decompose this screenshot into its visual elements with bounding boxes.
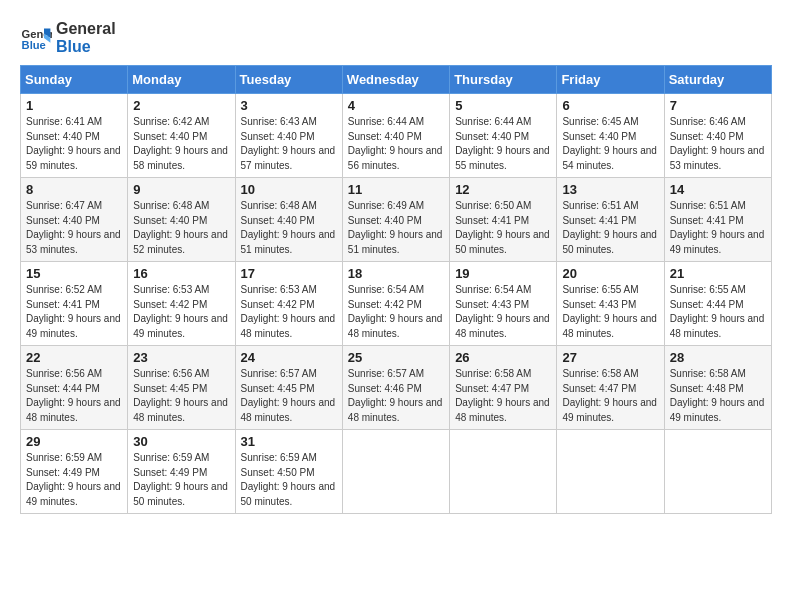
day-number: 3 [241,98,337,113]
day-info: Sunrise: 6:44 AMSunset: 4:40 PMDaylight:… [348,115,444,173]
calendar-cell [664,430,771,514]
day-info: Sunrise: 6:50 AMSunset: 4:41 PMDaylight:… [455,199,551,257]
calendar-cell: 14Sunrise: 6:51 AMSunset: 4:41 PMDayligh… [664,178,771,262]
day-number: 4 [348,98,444,113]
day-number: 13 [562,182,658,197]
day-info: Sunrise: 6:53 AMSunset: 4:42 PMDaylight:… [241,283,337,341]
calendar-cell [557,430,664,514]
day-number: 5 [455,98,551,113]
day-number: 23 [133,350,229,365]
day-info: Sunrise: 6:57 AMSunset: 4:46 PMDaylight:… [348,367,444,425]
calendar-cell: 31Sunrise: 6:59 AMSunset: 4:50 PMDayligh… [235,430,342,514]
day-info: Sunrise: 6:54 AMSunset: 4:43 PMDaylight:… [455,283,551,341]
day-info: Sunrise: 6:41 AMSunset: 4:40 PMDaylight:… [26,115,122,173]
day-number: 17 [241,266,337,281]
day-info: Sunrise: 6:55 AMSunset: 4:44 PMDaylight:… [670,283,766,341]
day-info: Sunrise: 6:43 AMSunset: 4:40 PMDaylight:… [241,115,337,173]
calendar-header-tuesday: Tuesday [235,66,342,94]
calendar-cell: 22Sunrise: 6:56 AMSunset: 4:44 PMDayligh… [21,346,128,430]
calendar-body: 1Sunrise: 6:41 AMSunset: 4:40 PMDaylight… [21,94,772,514]
day-info: Sunrise: 6:58 AMSunset: 4:47 PMDaylight:… [562,367,658,425]
calendar-cell [342,430,449,514]
day-info: Sunrise: 6:59 AMSunset: 4:50 PMDaylight:… [241,451,337,509]
day-number: 1 [26,98,122,113]
day-info: Sunrise: 6:46 AMSunset: 4:40 PMDaylight:… [670,115,766,173]
day-number: 21 [670,266,766,281]
day-number: 24 [241,350,337,365]
calendar-table: SundayMondayTuesdayWednesdayThursdayFrid… [20,65,772,514]
calendar-cell: 28Sunrise: 6:58 AMSunset: 4:48 PMDayligh… [664,346,771,430]
day-info: Sunrise: 6:59 AMSunset: 4:49 PMDaylight:… [133,451,229,509]
day-number: 15 [26,266,122,281]
calendar-header-saturday: Saturday [664,66,771,94]
day-info: Sunrise: 6:48 AMSunset: 4:40 PMDaylight:… [241,199,337,257]
calendar-header-sunday: Sunday [21,66,128,94]
calendar-cell: 12Sunrise: 6:50 AMSunset: 4:41 PMDayligh… [450,178,557,262]
day-number: 7 [670,98,766,113]
day-info: Sunrise: 6:56 AMSunset: 4:44 PMDaylight:… [26,367,122,425]
calendar-cell: 6Sunrise: 6:45 AMSunset: 4:40 PMDaylight… [557,94,664,178]
calendar-header-thursday: Thursday [450,66,557,94]
calendar-cell: 30Sunrise: 6:59 AMSunset: 4:49 PMDayligh… [128,430,235,514]
page-header: General Blue General Blue [20,20,772,55]
calendar-cell: 23Sunrise: 6:56 AMSunset: 4:45 PMDayligh… [128,346,235,430]
calendar-cell: 4Sunrise: 6:44 AMSunset: 4:40 PMDaylight… [342,94,449,178]
day-info: Sunrise: 6:49 AMSunset: 4:40 PMDaylight:… [348,199,444,257]
svg-text:Blue: Blue [22,39,46,51]
calendar-cell: 29Sunrise: 6:59 AMSunset: 4:49 PMDayligh… [21,430,128,514]
calendar-cell: 26Sunrise: 6:58 AMSunset: 4:47 PMDayligh… [450,346,557,430]
calendar-week-row: 15Sunrise: 6:52 AMSunset: 4:41 PMDayligh… [21,262,772,346]
day-info: Sunrise: 6:52 AMSunset: 4:41 PMDaylight:… [26,283,122,341]
day-info: Sunrise: 6:55 AMSunset: 4:43 PMDaylight:… [562,283,658,341]
day-number: 27 [562,350,658,365]
calendar-cell: 10Sunrise: 6:48 AMSunset: 4:40 PMDayligh… [235,178,342,262]
logo-blue: Blue [56,38,116,56]
day-number: 11 [348,182,444,197]
day-info: Sunrise: 6:48 AMSunset: 4:40 PMDaylight:… [133,199,229,257]
calendar-week-row: 1Sunrise: 6:41 AMSunset: 4:40 PMDaylight… [21,94,772,178]
calendar-cell: 17Sunrise: 6:53 AMSunset: 4:42 PMDayligh… [235,262,342,346]
calendar-cell: 11Sunrise: 6:49 AMSunset: 4:40 PMDayligh… [342,178,449,262]
day-number: 20 [562,266,658,281]
calendar-header-friday: Friday [557,66,664,94]
day-number: 30 [133,434,229,449]
logo-general: General [56,20,116,38]
day-number: 29 [26,434,122,449]
calendar-cell: 18Sunrise: 6:54 AMSunset: 4:42 PMDayligh… [342,262,449,346]
calendar-week-row: 22Sunrise: 6:56 AMSunset: 4:44 PMDayligh… [21,346,772,430]
calendar-header-row: SundayMondayTuesdayWednesdayThursdayFrid… [21,66,772,94]
day-info: Sunrise: 6:51 AMSunset: 4:41 PMDaylight:… [562,199,658,257]
calendar-header-monday: Monday [128,66,235,94]
calendar-cell: 16Sunrise: 6:53 AMSunset: 4:42 PMDayligh… [128,262,235,346]
day-number: 16 [133,266,229,281]
day-info: Sunrise: 6:42 AMSunset: 4:40 PMDaylight:… [133,115,229,173]
day-info: Sunrise: 6:47 AMSunset: 4:40 PMDaylight:… [26,199,122,257]
calendar-week-row: 29Sunrise: 6:59 AMSunset: 4:49 PMDayligh… [21,430,772,514]
day-info: Sunrise: 6:53 AMSunset: 4:42 PMDaylight:… [133,283,229,341]
day-info: Sunrise: 6:45 AMSunset: 4:40 PMDaylight:… [562,115,658,173]
calendar-cell: 3Sunrise: 6:43 AMSunset: 4:40 PMDaylight… [235,94,342,178]
day-number: 12 [455,182,551,197]
day-info: Sunrise: 6:57 AMSunset: 4:45 PMDaylight:… [241,367,337,425]
day-number: 26 [455,350,551,365]
calendar-week-row: 8Sunrise: 6:47 AMSunset: 4:40 PMDaylight… [21,178,772,262]
day-info: Sunrise: 6:59 AMSunset: 4:49 PMDaylight:… [26,451,122,509]
calendar-header-wednesday: Wednesday [342,66,449,94]
day-number: 19 [455,266,551,281]
day-number: 25 [348,350,444,365]
calendar-cell: 19Sunrise: 6:54 AMSunset: 4:43 PMDayligh… [450,262,557,346]
calendar-cell: 21Sunrise: 6:55 AMSunset: 4:44 PMDayligh… [664,262,771,346]
day-info: Sunrise: 6:58 AMSunset: 4:47 PMDaylight:… [455,367,551,425]
day-number: 10 [241,182,337,197]
day-info: Sunrise: 6:56 AMSunset: 4:45 PMDaylight:… [133,367,229,425]
calendar-cell [450,430,557,514]
day-number: 2 [133,98,229,113]
day-number: 8 [26,182,122,197]
day-info: Sunrise: 6:54 AMSunset: 4:42 PMDaylight:… [348,283,444,341]
day-info: Sunrise: 6:44 AMSunset: 4:40 PMDaylight:… [455,115,551,173]
calendar-cell: 2Sunrise: 6:42 AMSunset: 4:40 PMDaylight… [128,94,235,178]
calendar-cell: 15Sunrise: 6:52 AMSunset: 4:41 PMDayligh… [21,262,128,346]
calendar-cell: 1Sunrise: 6:41 AMSunset: 4:40 PMDaylight… [21,94,128,178]
day-number: 28 [670,350,766,365]
day-info: Sunrise: 6:58 AMSunset: 4:48 PMDaylight:… [670,367,766,425]
